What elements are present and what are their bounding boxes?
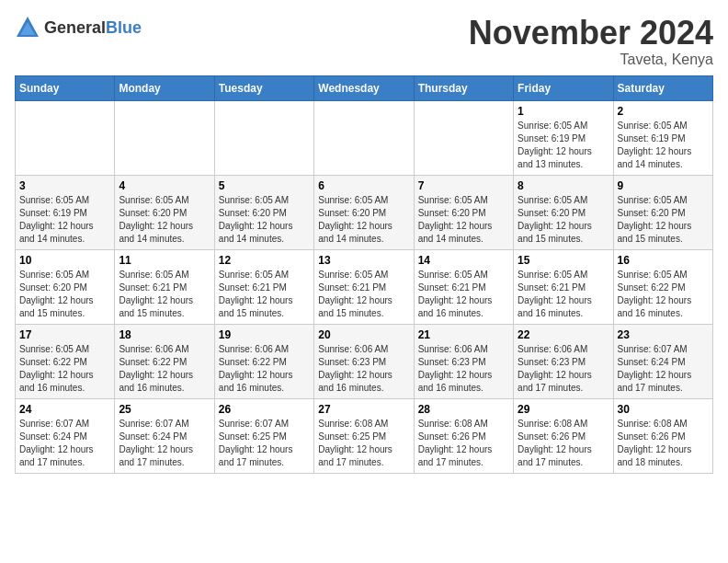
day-cell: 30Sunrise: 6:08 AM Sunset: 6:26 PM Dayli… bbox=[613, 398, 712, 473]
day-number: 9 bbox=[618, 179, 709, 192]
day-number: 29 bbox=[518, 403, 609, 416]
weekday-header-wednesday: Wednesday bbox=[314, 75, 414, 100]
day-number: 2 bbox=[618, 105, 709, 118]
day-number: 15 bbox=[518, 254, 609, 267]
day-info: Sunrise: 6:05 AM Sunset: 6:20 PM Dayligh… bbox=[418, 194, 509, 246]
day-number: 27 bbox=[318, 403, 409, 416]
day-number: 26 bbox=[219, 403, 310, 416]
day-number: 20 bbox=[318, 328, 409, 341]
day-info: Sunrise: 6:05 AM Sunset: 6:19 PM Dayligh… bbox=[618, 120, 709, 171]
day-number: 5 bbox=[219, 179, 310, 192]
week-row-4: 24Sunrise: 6:07 AM Sunset: 6:24 PM Dayli… bbox=[16, 398, 713, 473]
logo-text: GeneralBlue bbox=[44, 18, 142, 38]
day-info: Sunrise: 6:06 AM Sunset: 6:23 PM Dayligh… bbox=[318, 343, 409, 395]
weekday-header-saturday: Saturday bbox=[613, 75, 712, 100]
day-cell bbox=[314, 100, 414, 175]
day-info: Sunrise: 6:07 AM Sunset: 6:24 PM Dayligh… bbox=[19, 418, 110, 469]
day-cell: 27Sunrise: 6:08 AM Sunset: 6:25 PM Dayli… bbox=[314, 398, 414, 473]
day-cell: 7Sunrise: 6:05 AM Sunset: 6:20 PM Daylig… bbox=[414, 175, 513, 249]
day-number: 13 bbox=[318, 254, 409, 267]
weekday-header-sunday: Sunday bbox=[16, 75, 115, 100]
title-area: November 2024 Taveta, Kenya bbox=[469, 15, 713, 68]
day-cell: 18Sunrise: 6:06 AM Sunset: 6:22 PM Dayli… bbox=[115, 324, 214, 398]
logo-blue: Blue bbox=[106, 18, 142, 37]
day-number: 6 bbox=[318, 179, 409, 192]
day-info: Sunrise: 6:08 AM Sunset: 6:26 PM Dayligh… bbox=[618, 418, 709, 469]
day-cell: 4Sunrise: 6:05 AM Sunset: 6:20 PM Daylig… bbox=[115, 175, 214, 249]
day-cell: 3Sunrise: 6:05 AM Sunset: 6:19 PM Daylig… bbox=[16, 175, 115, 249]
day-cell: 5Sunrise: 6:05 AM Sunset: 6:20 PM Daylig… bbox=[214, 175, 313, 249]
day-number: 8 bbox=[518, 179, 609, 192]
day-number: 14 bbox=[418, 254, 509, 267]
day-info: Sunrise: 6:06 AM Sunset: 6:22 PM Dayligh… bbox=[219, 343, 310, 395]
day-number: 24 bbox=[19, 403, 110, 416]
day-info: Sunrise: 6:08 AM Sunset: 6:25 PM Dayligh… bbox=[318, 418, 409, 469]
day-cell: 28Sunrise: 6:08 AM Sunset: 6:26 PM Dayli… bbox=[414, 398, 513, 473]
day-number: 28 bbox=[418, 403, 509, 416]
location-title: Taveta, Kenya bbox=[469, 52, 713, 68]
day-info: Sunrise: 6:08 AM Sunset: 6:26 PM Dayligh… bbox=[418, 418, 509, 469]
day-info: Sunrise: 6:05 AM Sunset: 6:21 PM Dayligh… bbox=[518, 269, 609, 320]
day-cell bbox=[115, 100, 214, 175]
day-cell: 13Sunrise: 6:05 AM Sunset: 6:21 PM Dayli… bbox=[314, 249, 414, 324]
day-cell: 6Sunrise: 6:05 AM Sunset: 6:20 PM Daylig… bbox=[314, 175, 414, 249]
day-number: 25 bbox=[119, 403, 210, 416]
weekday-header-row: SundayMondayTuesdayWednesdayThursdayFrid… bbox=[16, 75, 713, 100]
logo-general: General bbox=[44, 18, 106, 37]
day-number: 11 bbox=[119, 254, 210, 267]
day-cell: 21Sunrise: 6:06 AM Sunset: 6:23 PM Dayli… bbox=[414, 324, 513, 398]
day-cell: 23Sunrise: 6:07 AM Sunset: 6:24 PM Dayli… bbox=[613, 324, 712, 398]
day-cell: 1Sunrise: 6:05 AM Sunset: 6:19 PM Daylig… bbox=[514, 100, 613, 175]
week-row-1: 3Sunrise: 6:05 AM Sunset: 6:19 PM Daylig… bbox=[16, 175, 713, 249]
day-cell: 12Sunrise: 6:05 AM Sunset: 6:21 PM Dayli… bbox=[214, 249, 313, 324]
day-info: Sunrise: 6:05 AM Sunset: 6:21 PM Dayligh… bbox=[219, 269, 310, 320]
day-cell: 10Sunrise: 6:05 AM Sunset: 6:20 PM Dayli… bbox=[16, 249, 115, 324]
day-cell: 8Sunrise: 6:05 AM Sunset: 6:20 PM Daylig… bbox=[514, 175, 613, 249]
day-info: Sunrise: 6:05 AM Sunset: 6:22 PM Dayligh… bbox=[19, 343, 110, 395]
day-cell: 9Sunrise: 6:05 AM Sunset: 6:20 PM Daylig… bbox=[613, 175, 712, 249]
day-info: Sunrise: 6:05 AM Sunset: 6:19 PM Dayligh… bbox=[518, 120, 609, 171]
logo-icon bbox=[15, 15, 40, 40]
week-row-3: 17Sunrise: 6:05 AM Sunset: 6:22 PM Dayli… bbox=[16, 324, 713, 398]
weekday-header-friday: Friday bbox=[514, 75, 613, 100]
day-cell: 17Sunrise: 6:05 AM Sunset: 6:22 PM Dayli… bbox=[16, 324, 115, 398]
day-number: 16 bbox=[618, 254, 709, 267]
day-number: 4 bbox=[119, 179, 210, 192]
day-cell: 11Sunrise: 6:05 AM Sunset: 6:21 PM Dayli… bbox=[115, 249, 214, 324]
day-number: 17 bbox=[19, 328, 110, 341]
day-number: 12 bbox=[219, 254, 310, 267]
day-cell bbox=[16, 100, 115, 175]
day-cell: 2Sunrise: 6:05 AM Sunset: 6:19 PM Daylig… bbox=[613, 100, 712, 175]
day-info: Sunrise: 6:05 AM Sunset: 6:21 PM Dayligh… bbox=[418, 269, 509, 320]
weekday-header-monday: Monday bbox=[115, 75, 214, 100]
day-cell: 24Sunrise: 6:07 AM Sunset: 6:24 PM Dayli… bbox=[16, 398, 115, 473]
day-number: 7 bbox=[418, 179, 509, 192]
day-number: 21 bbox=[418, 328, 509, 341]
day-info: Sunrise: 6:06 AM Sunset: 6:23 PM Dayligh… bbox=[518, 343, 609, 395]
day-cell bbox=[414, 100, 513, 175]
day-info: Sunrise: 6:05 AM Sunset: 6:22 PM Dayligh… bbox=[618, 269, 709, 320]
day-info: Sunrise: 6:05 AM Sunset: 6:21 PM Dayligh… bbox=[119, 269, 210, 320]
month-title: November 2024 bbox=[469, 15, 713, 52]
day-info: Sunrise: 6:06 AM Sunset: 6:23 PM Dayligh… bbox=[418, 343, 509, 395]
day-info: Sunrise: 6:07 AM Sunset: 6:24 PM Dayligh… bbox=[119, 418, 210, 469]
day-cell: 20Sunrise: 6:06 AM Sunset: 6:23 PM Dayli… bbox=[314, 324, 414, 398]
day-cell bbox=[214, 100, 313, 175]
day-cell: 19Sunrise: 6:06 AM Sunset: 6:22 PM Dayli… bbox=[214, 324, 313, 398]
day-number: 18 bbox=[119, 328, 210, 341]
day-number: 1 bbox=[518, 105, 609, 118]
day-cell: 16Sunrise: 6:05 AM Sunset: 6:22 PM Dayli… bbox=[613, 249, 712, 324]
day-info: Sunrise: 6:05 AM Sunset: 6:21 PM Dayligh… bbox=[318, 269, 409, 320]
day-info: Sunrise: 6:07 AM Sunset: 6:24 PM Dayligh… bbox=[618, 343, 709, 395]
logo: GeneralBlue bbox=[15, 15, 142, 40]
day-cell: 25Sunrise: 6:07 AM Sunset: 6:24 PM Dayli… bbox=[115, 398, 214, 473]
weekday-header-thursday: Thursday bbox=[414, 75, 513, 100]
day-cell: 29Sunrise: 6:08 AM Sunset: 6:26 PM Dayli… bbox=[514, 398, 613, 473]
weekday-header-tuesday: Tuesday bbox=[214, 75, 313, 100]
day-cell: 14Sunrise: 6:05 AM Sunset: 6:21 PM Dayli… bbox=[414, 249, 513, 324]
calendar-table: SundayMondayTuesdayWednesdayThursdayFrid… bbox=[15, 75, 713, 474]
day-cell: 22Sunrise: 6:06 AM Sunset: 6:23 PM Dayli… bbox=[514, 324, 613, 398]
day-info: Sunrise: 6:06 AM Sunset: 6:22 PM Dayligh… bbox=[119, 343, 210, 395]
day-number: 3 bbox=[19, 179, 110, 192]
day-info: Sunrise: 6:05 AM Sunset: 6:20 PM Dayligh… bbox=[318, 194, 409, 246]
